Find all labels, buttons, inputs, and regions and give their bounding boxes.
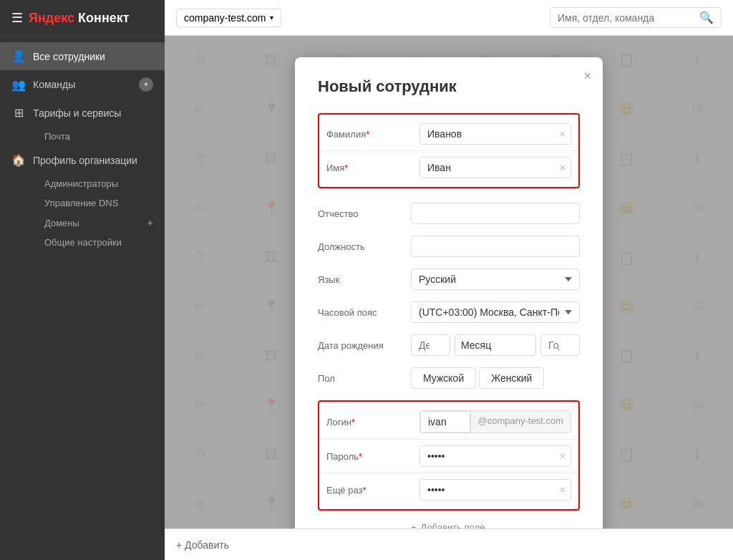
sidebar-sub-mail: Почта [0,127,165,146]
search-input[interactable] [558,12,699,24]
sidebar-nav: 👤 Все сотрудники 👥 Команды + ⊞ Тарифы и … [0,37,165,560]
sidebar-sub-general[interactable]: Общие настройки [33,233,165,252]
menu-icon[interactable]: ☰ [11,10,23,26]
last-name-input[interactable] [419,123,571,145]
sidebar: ☰ Яндекс Коннект 👤 Все сотрудники 👥 Кома… [0,0,165,560]
password-field: × [419,445,571,467]
sidebar-item-label: Профиль организации [33,155,137,166]
teams-icon: 👥 [11,78,26,92]
timezone-row: Часовой пояс (UTC+03:00) Москва, Санкт-П… [318,296,580,329]
domain-chevron-icon: ▾ [270,14,273,21]
gender-female-button[interactable]: Женский [479,367,544,389]
login-row: Логин* @company-test.com [319,405,578,439]
password-label: Пароль* [326,451,419,462]
dialog-close-button[interactable]: × [583,69,591,84]
gender-row: Пол Мужской Женский [318,362,580,395]
sidebar-item-org-profile[interactable]: 🏠 Профиль организации [0,146,165,174]
position-label: Должность [318,241,411,252]
search-icon: 🔍 [699,11,714,24]
last-name-row: Фамилия* × [319,117,578,150]
main-area: company-test.com ▾ 🔍 ⏱ 🖼 📋 ℹ ⏱ 🖼 📋 ℹ ✏ 📍… [165,0,733,560]
language-field: Русский English [411,269,580,290]
patronymic-field [411,203,580,224]
sidebar-item-label: Команды [33,79,75,90]
add-field-link[interactable]: + Добавить поле [411,519,580,528]
gender-buttons: Мужской Женский [411,367,580,389]
org-icon: 🏠 [11,153,26,167]
bottom-bar: + Добавить [165,528,733,560]
bottom-add-button[interactable]: + Добавить [176,539,229,551]
modal-overlay: × Новый сотрудник Фамилия* × [165,36,733,528]
teams-add-badge[interactable]: + [139,77,153,92]
domain-value: company-test.com [184,12,266,24]
gender-field: Мужской Женский [411,367,580,389]
patronymic-label: Отчество [318,208,411,219]
first-name-field: × [419,157,571,178]
sidebar-sub-org: Администраторы Управление DNS Домены + О… [0,174,165,252]
bottom-add-label: + Добавить [176,539,229,551]
dob-day-input[interactable] [411,334,450,356]
language-label: Язык [318,274,411,285]
first-name-clear-icon[interactable]: × [560,162,565,173]
add-field-label: Добавить поле [421,522,485,528]
gender-label: Пол [318,373,411,384]
dob-row: Дата рождения Месяц Январь Февраль Март … [318,329,580,362]
dob-label: Дата рождения [318,340,411,351]
password-confirm-label: Ещё раз* [326,485,419,496]
sidebar-item-tariffs[interactable]: ⊞ Тарифы и сервисы [0,99,165,127]
position-row: Должность [318,230,580,263]
patronymic-row: Отчество [318,197,580,230]
credentials-section: Логин* @company-test.com Пароль* [318,400,580,511]
sidebar-sub-admins[interactable]: Администраторы [33,174,165,193]
content-area: ⏱ 🖼 📋 ℹ ⏱ 🖼 📋 ℹ ✏ 📍 😊 ✉ ✏ 📍 😊 ✉ ⏱ 🖼 📋 ℹ … [165,36,733,528]
login-label: Логин* [326,417,419,428]
login-field: @company-test.com [419,410,571,433]
gender-male-button[interactable]: Мужской [411,367,476,389]
first-name-label: Имя* [326,163,419,173]
sidebar-item-label: Тарифы и сервисы [33,107,121,119]
password-clear-icon[interactable]: × [560,450,565,462]
timezone-field: (UTC+03:00) Москва, Санкт-Петербур... [411,301,580,323]
password-confirm-clear-icon[interactable]: × [560,484,565,496]
new-employee-dialog: × Новый сотрудник Фамилия* × [295,57,603,528]
password-confirm-row: Ещё раз* × [319,473,578,506]
dob-year-input[interactable] [540,334,580,356]
add-field-plus-icon: + [411,522,417,528]
first-name-row: Имя* × [319,150,578,184]
password-row: Пароль* × [319,439,578,473]
sidebar-item-teams[interactable]: 👥 Команды + [0,70,165,99]
name-section: Фамилия* × Имя* × [318,113,580,188]
language-row: Язык Русский English [318,263,580,296]
last-name-label: Фамилия* [326,129,419,140]
login-field-container: @company-test.com [419,410,571,433]
sidebar-item-all-employees[interactable]: 👤 Все сотрудники [0,42,165,70]
sidebar-item-label: Все сотрудники [33,51,105,62]
timezone-label: Часовой пояс [318,307,411,318]
domain-selector[interactable]: company-test.com ▾ [176,9,281,27]
login-input[interactable] [420,411,470,433]
first-name-input[interactable] [419,157,571,178]
sidebar-sub-dns[interactable]: Управление DNS [33,193,165,213]
last-name-clear-icon[interactable]: × [560,128,565,140]
domains-add-badge[interactable]: + [147,217,153,228]
language-select[interactable]: Русский English [411,269,580,290]
topbar: company-test.com ▾ 🔍 [165,0,733,36]
sidebar-sub-domains[interactable]: Домены + [33,213,165,233]
sidebar-header: ☰ Яндекс Коннект [0,0,165,37]
dob-field: Месяц Январь Февраль Март Апрель Май Июн… [411,334,580,356]
app-logo: Яндекс Коннект [29,11,130,26]
search-box[interactable]: 🔍 [550,7,722,28]
employees-icon: 👤 [11,49,26,63]
sidebar-sub-item-mail[interactable]: Почта [33,127,165,146]
login-domain: @company-test.com [470,411,571,433]
dob-month-select[interactable]: Месяц Январь Февраль Март Апрель Май Июн… [455,334,536,356]
last-name-field: × [419,123,571,145]
password-input[interactable] [419,445,571,467]
position-input[interactable] [411,236,580,257]
position-field [411,236,580,257]
password-confirm-input[interactable] [419,479,571,501]
patronymic-input[interactable] [411,203,580,224]
password-confirm-field: × [419,479,571,501]
dialog-title: Новый сотрудник [318,77,580,96]
timezone-select[interactable]: (UTC+03:00) Москва, Санкт-Петербур... [411,301,580,323]
